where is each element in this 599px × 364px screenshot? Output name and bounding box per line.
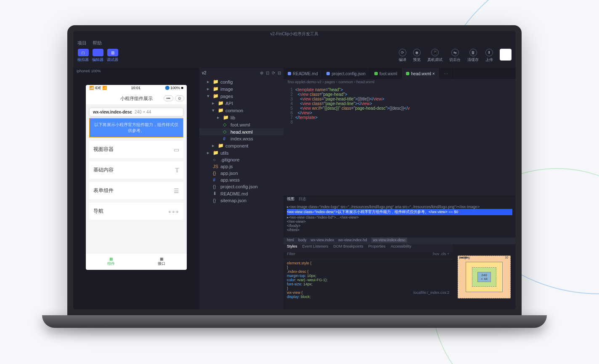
tab-more-icon[interactable]: ⋯ [440, 68, 453, 79]
css-rules[interactable]: element.style {}.index-desc {</span></di… [284, 259, 453, 309]
devtools-tab-console[interactable]: 日志 [299, 196, 306, 204]
list-item[interactable]: 表单组件☰ [89, 182, 183, 199]
menu-project[interactable]: 项目 [77, 40, 87, 46]
tree-sitemap.json[interactable]: {}sitemap.json [199, 197, 284, 204]
breadcrumbs[interactable]: fino-applet-demo-v2 › pages › common › h… [284, 79, 516, 87]
toolbar: □模拟器编辑器⊞调试器 ⟳编译◉预览📱真机调试⇆切后台🗑清缓存⬆上传 [73, 47, 516, 68]
tree-pages[interactable]: ▾📁pages [199, 92, 284, 100]
new-folder-icon[interactable]: ⊡ [266, 71, 269, 75]
phone-status-bar: 📶 IDE 📶 10:01 🔵 100% ■ [86, 85, 187, 92]
styles-tab-Accessibility[interactable]: Accessibility [391, 244, 411, 252]
tab-README.md[interactable]: README.md [284, 68, 322, 79]
tree-app.json[interactable]: {}app.json [199, 170, 284, 177]
phone-tab-组件[interactable]: ▦组件 [86, 253, 136, 270]
tree-index.wxss[interactable]: #index.wxss [199, 135, 284, 142]
tree-README.md[interactable]: ⬇README.md [199, 190, 284, 197]
menu-help[interactable]: 帮助 [93, 40, 102, 46]
dom-tree[interactable]: ▸<wx-image class="index-logo" src="../re… [284, 204, 516, 237]
action-上传[interactable]: ⬆上传 [485, 49, 493, 63]
collapse-icon[interactable]: ⊟ [278, 71, 281, 75]
toolbar-模拟器[interactable]: □模拟器 [77, 49, 89, 63]
simulator-device-label: iphone6 100% [73, 68, 199, 76]
styles-tab-Properties[interactable]: Properties [368, 244, 386, 252]
phone-nav-bar: 小程序组件展示 •••⊙ [86, 92, 187, 104]
capsule-menu-icon[interactable]: ••• [164, 95, 173, 101]
editor-panel: README.mdproject.config.jsonfoot.wxmlhea… [284, 68, 516, 309]
tree-image[interactable]: ▸📁image [199, 85, 284, 92]
styles-tab-Styles[interactable]: Styles [287, 244, 297, 252]
action-切后台[interactable]: ⇆切后台 [449, 49, 461, 63]
styles-hov-cls[interactable]: :hov .cls + [432, 252, 449, 259]
tree-project.config.json[interactable]: {}project.config.json [199, 183, 284, 190]
tree-head.wxml[interactable]: ◇head.wxml [199, 128, 284, 135]
phone-preview: 📶 IDE 📶 10:01 🔵 100% ■ 小程序组件展示 •••⊙ wx-v… [86, 85, 187, 270]
tab-foot.wxml[interactable]: foot.wxml [370, 68, 402, 79]
tab-project.config.json[interactable]: project.config.json [322, 68, 370, 79]
explorer-root[interactable]: v2 [202, 71, 207, 75]
dom-breadcrumb[interactable]: htmlbodywx-view.indexwx-view.index-hdwx-… [284, 237, 516, 244]
laptop-mockup: v2-FinClip小程序开发工具 项目 帮助 □模拟器编辑器⊞调试器 ⟳编译◉… [67, 25, 522, 328]
tree-app.js[interactable]: JSapp.js [199, 163, 284, 170]
styles-tab-Event Listeners[interactable]: Event Listeners [302, 244, 329, 252]
tree-.gitignore[interactable]: ○.gitignore [199, 156, 284, 163]
list-item[interactable]: 基础内容𝕋 [89, 161, 183, 179]
tree-common[interactable]: ▾📁common [199, 107, 284, 114]
action-编译[interactable]: ⟳编译 [399, 49, 406, 63]
editor-tabs: README.mdproject.config.jsonfoot.wxmlhea… [284, 68, 516, 79]
tree-API[interactable]: ▸📁API [199, 100, 284, 107]
avatar[interactable] [500, 49, 512, 61]
tree-foot.wxml[interactable]: ◇foot.wxml [199, 121, 284, 128]
window-title: v2-FinClip小程序开发工具 [73, 31, 516, 39]
tab-head.wxml[interactable]: head.wxml × [402, 68, 439, 79]
toolbar-调试器[interactable]: ⊞调试器 [107, 49, 118, 63]
tree-lib[interactable]: ▸📁lib [199, 114, 284, 121]
tree-component[interactable]: ▸📁component [199, 142, 284, 149]
code-editor[interactable]: 12345678 <template name="head"> <view cl… [284, 87, 516, 196]
devtools-tab-elements[interactable]: 视图 [287, 196, 294, 204]
ide-window: v2-FinClip小程序开发工具 项目 帮助 □模拟器编辑器⊞调试器 ⟳编译◉… [73, 31, 516, 309]
action-真机调试[interactable]: 📱真机调试 [427, 49, 443, 63]
tree-app.wxss[interactable]: #app.wxss [199, 177, 284, 183]
action-清缓存[interactable]: 🗑清缓存 [467, 49, 479, 63]
tree-config[interactable]: ▸📁config [199, 78, 284, 85]
menu-bar: 项目 帮助 [73, 39, 516, 47]
element-tooltip: wx-view.index-desc240 × 44 [89, 108, 183, 116]
box-model: margin 10 border padding 240 × 44 [453, 244, 516, 309]
styles-filter[interactable]: Filter [287, 252, 295, 259]
styles-tab-DOM Breakpoints[interactable]: DOM Breakpoints [334, 244, 363, 252]
file-explorer: v2 ⊕ ⊡ ⟳ ⊟ ▸📁config▸📁image▾📁pages▸📁API▾📁… [199, 68, 284, 309]
list-item[interactable]: 视图容器▭ [89, 141, 183, 158]
action-预览[interactable]: ◉预览 [413, 49, 421, 63]
tree-utils[interactable]: ▸📁utils [199, 149, 284, 156]
capsule-close-icon[interactable]: ⊙ [175, 95, 184, 101]
toolbar-编辑器[interactable]: 编辑器 [92, 49, 103, 63]
list-item[interactable]: 导航∘∘∘ [89, 203, 183, 220]
highlighted-element[interactable]: 以下将展示小程序官方组件能力，组件样式仅供参考。 [89, 118, 183, 137]
simulator-panel: iphone6 100% 📶 IDE 📶 10:01 🔵 100% ■ 小程序组… [73, 68, 199, 309]
new-file-icon[interactable]: ⊕ [260, 71, 263, 75]
phone-tabbar: ▦组件▦接口 [86, 253, 187, 270]
devtools-panel: 视图 日志 ▸<wx-image class="index-logo" src=… [284, 196, 516, 309]
refresh-icon[interactable]: ⟳ [272, 71, 275, 75]
phone-tab-接口[interactable]: ▦接口 [136, 253, 187, 270]
